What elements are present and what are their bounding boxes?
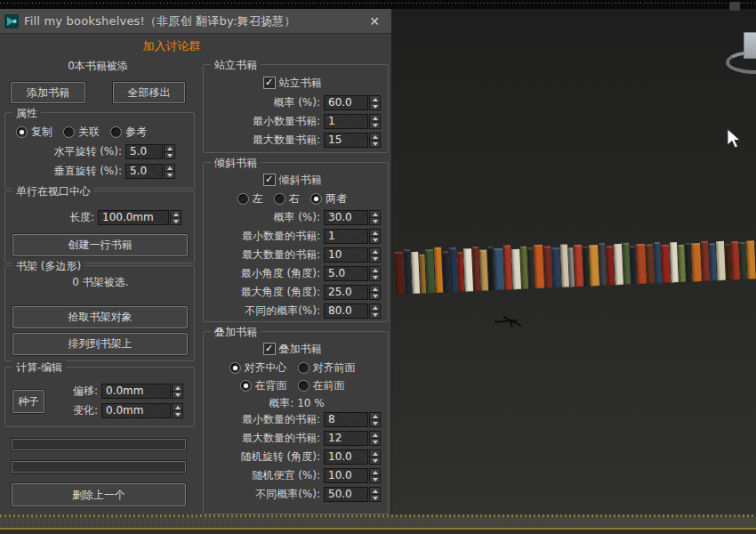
radio-left[interactable] bbox=[237, 193, 249, 205]
stack-max-label: 最大数量的书籍: bbox=[209, 431, 320, 446]
book-spine bbox=[589, 245, 599, 286]
book-spine bbox=[394, 252, 405, 295]
calc-edit-group-title: 计算-编辑 bbox=[12, 360, 66, 376]
length-label: 长度: bbox=[11, 210, 94, 225]
random-offset-label: 随机便宜 (%): bbox=[209, 468, 320, 483]
book-spine bbox=[636, 244, 647, 284]
radio-align-front[interactable] bbox=[298, 362, 310, 374]
radio-both-label: 两者 bbox=[326, 191, 347, 206]
leaning-min-spinner[interactable] bbox=[369, 229, 381, 244]
app-logo-icon bbox=[4, 14, 19, 28]
leaning-min-field[interactable]: 1 bbox=[324, 229, 368, 244]
radio-right-label: 右 bbox=[289, 191, 300, 206]
viewport-corner-icon[interactable] bbox=[729, 2, 740, 11]
min-angle-spinner[interactable] bbox=[369, 266, 381, 281]
stack-max-spinner[interactable] bbox=[369, 431, 381, 446]
title-bar[interactable]: Fill my bookshelves!（非原创 翻译by:舞召扬慧） ✕ bbox=[0, 9, 391, 34]
standing-checkbox-label: 站立书籍 bbox=[279, 76, 322, 91]
min-angle-field[interactable]: 5.0 bbox=[324, 266, 368, 281]
h-rotate-label: 水平旋转 (%): bbox=[11, 144, 122, 159]
standing-min-spinner[interactable] bbox=[369, 114, 381, 129]
leaning-max-field[interactable]: 10 bbox=[324, 247, 368, 263]
standing-max-spinner[interactable] bbox=[369, 133, 381, 148]
calc-edit-group: 计算-编辑 种子 偏移: 0.0mm 变化: 0.0mm bbox=[4, 367, 195, 427]
stacked-checkbox[interactable] bbox=[263, 343, 276, 355]
stack-min-field[interactable]: 8 bbox=[324, 412, 368, 427]
length-spinner[interactable] bbox=[170, 210, 181, 225]
dotted-divider bbox=[0, 3, 756, 4]
diff-probability-spinner[interactable] bbox=[369, 303, 381, 319]
timeline-track[interactable] bbox=[0, 517, 756, 528]
random-rotate-spinner[interactable] bbox=[369, 449, 381, 465]
standing-max-field[interactable]: 15 bbox=[324, 133, 368, 148]
radio-at-back-label: 在背面 bbox=[255, 378, 287, 393]
radio-copy-label: 复制 bbox=[31, 125, 52, 140]
add-books-button[interactable]: 添加书籍 bbox=[11, 82, 85, 103]
standing-checkbox[interactable] bbox=[263, 77, 276, 89]
h-rotate-spinner[interactable] bbox=[164, 144, 175, 159]
viewcube[interactable] bbox=[744, 32, 756, 59]
remove-all-button[interactable]: 全部移出 bbox=[113, 82, 185, 103]
leaning-probability-spinner[interactable] bbox=[369, 210, 381, 225]
delete-last-button[interactable]: 删除上一个 bbox=[12, 483, 186, 506]
length-field[interactable]: 100.0mm bbox=[98, 210, 169, 225]
radio-align-center[interactable] bbox=[229, 362, 241, 374]
leaning-probability-field[interactable]: 30.0 bbox=[324, 210, 368, 225]
book-spine bbox=[746, 240, 756, 279]
shelf-group-title: 书架 (多边形) bbox=[12, 259, 84, 274]
h-rotate-field[interactable]: 5.0 bbox=[125, 144, 163, 159]
leaning-max-label: 最大数量的书籍: bbox=[209, 247, 320, 263]
book-spine bbox=[494, 248, 504, 290]
properties-group-title: 属性 bbox=[12, 106, 41, 121]
stack-max-field[interactable]: 12 bbox=[324, 431, 368, 446]
stack-min-label: 最小数量的书籍: bbox=[209, 412, 320, 427]
radio-both[interactable] bbox=[310, 193, 322, 205]
pick-shelf-button[interactable]: 拾取书架对象 bbox=[12, 306, 188, 328]
stack-diff-probability-field[interactable]: 50.0 bbox=[324, 487, 368, 502]
close-icon[interactable]: ✕ bbox=[366, 12, 383, 30]
v-rotate-field[interactable]: 5.0 bbox=[125, 164, 163, 179]
max-angle-field[interactable]: 25.0 bbox=[324, 285, 368, 300]
join-group-link[interactable]: 加入讨论群 bbox=[0, 38, 343, 54]
random-offset-spinner[interactable] bbox=[369, 468, 381, 483]
book-spine bbox=[534, 245, 544, 288]
leaning-checkbox-label: 倾斜书籍 bbox=[279, 173, 322, 188]
leaning-max-spinner[interactable] bbox=[369, 247, 381, 263]
random-offset-field[interactable]: 10.0 bbox=[324, 468, 368, 483]
standing-min-field[interactable]: 1 bbox=[324, 114, 368, 129]
standing-probability-spinner[interactable] bbox=[369, 95, 381, 110]
diff-probability-field[interactable]: 80.0 bbox=[324, 303, 368, 319]
max-angle-spinner[interactable] bbox=[369, 285, 381, 300]
radio-at-front[interactable] bbox=[298, 380, 310, 392]
radio-instance[interactable] bbox=[63, 126, 75, 138]
stack-diff-probability-label: 不同概率(%): bbox=[209, 487, 320, 502]
radio-right[interactable] bbox=[274, 193, 286, 205]
arrange-on-shelf-button[interactable]: 排列到书架上 bbox=[12, 333, 188, 355]
variation-spinner[interactable] bbox=[172, 403, 183, 418]
standing-min-label: 最小数量书籍: bbox=[209, 114, 320, 129]
seed-button[interactable]: 种子 bbox=[12, 390, 44, 413]
variation-field[interactable]: 0.0mm bbox=[101, 403, 171, 418]
radio-instance-label: 关联 bbox=[78, 125, 100, 140]
radio-left-label: 左 bbox=[253, 191, 263, 206]
leaning-checkbox[interactable] bbox=[263, 174, 276, 186]
random-rotate-field[interactable]: 10.0 bbox=[324, 449, 368, 465]
book-spine bbox=[691, 243, 702, 281]
books-row[interactable] bbox=[394, 234, 756, 295]
radio-reference[interactable] bbox=[110, 126, 122, 138]
standing-probability-field[interactable]: 60.0 bbox=[324, 95, 368, 110]
stack-diff-probability-spinner[interactable] bbox=[369, 487, 381, 502]
v-rotate-spinner[interactable] bbox=[164, 164, 175, 179]
max-angle-label: 最大角度 (角度): bbox=[209, 285, 320, 300]
offset-spinner[interactable] bbox=[172, 384, 183, 399]
radio-align-front-label: 对齐前面 bbox=[313, 360, 356, 376]
stack-min-spinner[interactable] bbox=[369, 412, 381, 427]
create-row-button[interactable]: 创建一行书籍 bbox=[12, 234, 188, 256]
offset-field[interactable]: 0.0mm bbox=[101, 384, 171, 399]
radio-copy[interactable] bbox=[16, 126, 28, 138]
min-angle-label: 最小角度 (角度): bbox=[209, 266, 320, 281]
radio-align-center-label: 对齐中心 bbox=[245, 360, 287, 376]
radio-at-back[interactable] bbox=[240, 380, 252, 392]
diff-probability-label: 不同的概率(%): bbox=[209, 303, 320, 319]
stacked-group-title: 叠加书籍 bbox=[211, 325, 261, 340]
